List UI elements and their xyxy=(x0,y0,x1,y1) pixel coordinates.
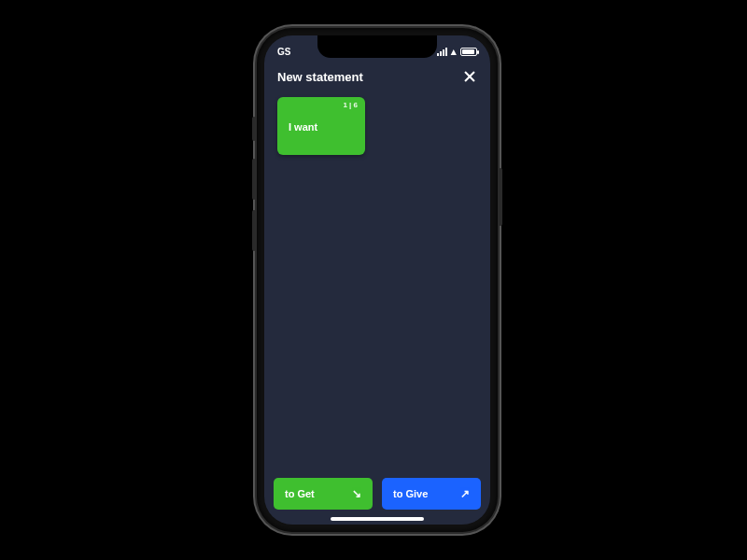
page-header: New statement xyxy=(264,69,490,84)
arrow-up-right-icon: ↗ xyxy=(460,487,470,500)
wifi-icon: ▴ xyxy=(451,47,457,57)
to-get-button[interactable]: to Get ↘ xyxy=(274,478,373,510)
footer-actions: to Get ↘ to Give ↗ xyxy=(274,478,481,510)
card-text: I want xyxy=(289,121,317,133)
step-indicator: 1 | 6 xyxy=(343,101,358,109)
statement-card[interactable]: 1 | 6 I want xyxy=(277,97,365,155)
page-title: New statement xyxy=(277,70,363,84)
phone-frame: GS ▴ New statement 1 | 6 I want to Get ↘ xyxy=(257,28,498,532)
home-indicator[interactable] xyxy=(331,517,424,521)
signal-icon xyxy=(437,48,447,56)
to-give-label: to Give xyxy=(393,488,428,499)
power-button xyxy=(499,168,502,226)
carrier-label: GS xyxy=(277,47,290,57)
mute-switch xyxy=(252,117,256,141)
arrow-down-right-icon: ↘ xyxy=(352,487,361,500)
status-right: ▴ xyxy=(437,47,477,57)
to-give-button[interactable]: to Give ↗ xyxy=(382,478,481,510)
stage: GS ▴ New statement 1 | 6 I want to Get ↘ xyxy=(0,0,747,560)
notch xyxy=(317,35,437,58)
volume-down-button xyxy=(252,210,256,251)
close-icon[interactable] xyxy=(462,69,477,84)
to-get-label: to Get xyxy=(285,488,315,499)
screen: GS ▴ New statement 1 | 6 I want to Get ↘ xyxy=(264,35,490,525)
battery-icon xyxy=(460,48,477,56)
volume-up-button xyxy=(252,159,256,200)
